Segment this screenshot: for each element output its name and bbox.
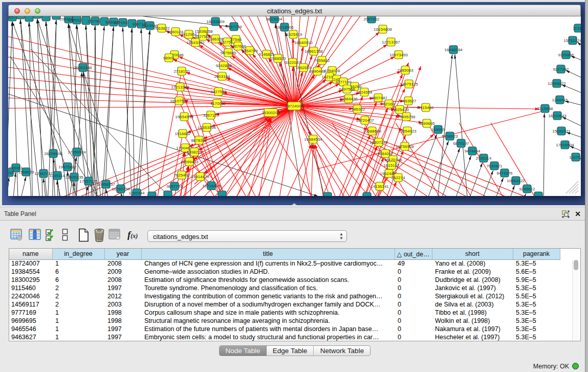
svg-text:16033809: 16033809: [206, 19, 225, 24]
svg-text:14136141: 14136141: [371, 184, 389, 189]
svg-text:16782759: 16782759: [112, 187, 130, 191]
svg-text:116753: 116753: [569, 155, 581, 160]
svg-text:1588520: 1588520: [270, 56, 286, 61]
svg-text:3215958: 3215958: [537, 106, 553, 111]
svg-text:7955812: 7955812: [314, 58, 330, 63]
svg-text:417006: 417006: [210, 101, 224, 106]
svg-text:2935114: 2935114: [476, 156, 492, 161]
svg-text:9474444: 9474444: [464, 149, 481, 154]
svg-text:62160: 62160: [383, 102, 395, 106]
svg-text:252274: 252274: [391, 176, 405, 180]
svg-text:18724007: 18724007: [285, 104, 303, 108]
svg-text:5875685: 5875685: [220, 51, 236, 55]
svg-text:6794028: 6794028: [324, 69, 340, 73]
svg-text:15495756: 15495756: [397, 115, 416, 119]
svg-text:9115460: 9115460: [418, 105, 434, 110]
svg-text:3624554: 3624554: [356, 90, 373, 95]
svg-text:20364436: 20364436: [339, 97, 358, 101]
svg-text:16648784: 16648784: [444, 48, 463, 52]
svg-text:16543362: 16543362: [186, 40, 205, 45]
svg-text:12093872: 12093872: [548, 81, 566, 86]
svg-text:12213367: 12213367: [382, 40, 400, 45]
svg-text:15692971: 15692971: [552, 129, 571, 134]
svg-text:6879197: 6879197: [453, 141, 469, 146]
svg-text:10807487: 10807487: [369, 96, 387, 100]
svg-text:15720407: 15720407: [356, 118, 374, 123]
svg-text:19218506: 19218506: [275, 25, 294, 30]
svg-text:16640910: 16640910: [294, 40, 313, 45]
svg-text:9777169: 9777169: [335, 80, 352, 84]
svg-text:1916682: 1916682: [175, 132, 191, 136]
svg-text:2967608: 2967608: [230, 44, 246, 49]
svg-text:3454749: 3454749: [242, 49, 258, 53]
svg-text:25300203: 25300203: [262, 111, 280, 115]
svg-text:10025433: 10025433: [390, 107, 409, 112]
svg-text:27546: 27546: [230, 37, 242, 42]
svg-text:7357224: 7357224: [226, 25, 242, 29]
svg-text:5938923: 5938923: [442, 134, 458, 139]
svg-text:12213369: 12213369: [171, 85, 189, 90]
svg-text:2087662: 2087662: [363, 17, 380, 21]
svg-text:1615132: 1615132: [383, 163, 400, 168]
svg-text:1568629: 1568629: [18, 170, 34, 174]
svg-text:2718170: 2718170: [173, 69, 190, 74]
svg-text:14914479: 14914479: [191, 174, 209, 179]
svg-text:98901: 98901: [163, 56, 175, 60]
svg-text:19756928: 19756928: [396, 144, 414, 149]
svg-text:12353594: 12353594: [198, 125, 216, 130]
svg-text:26053346: 26053346: [74, 65, 92, 70]
svg-text:7986322: 7986322: [349, 107, 365, 112]
svg-text:7625402: 7625402: [173, 173, 190, 178]
svg-text:9329966: 9329966: [558, 53, 574, 57]
svg-text:17359924: 17359924: [68, 150, 86, 155]
svg-text:9084067: 9084067: [377, 151, 394, 156]
svg-text:5322037: 5322037: [285, 60, 301, 65]
svg-text:8878332: 8878332: [191, 138, 207, 143]
svg-text:2603144: 2603144: [214, 74, 230, 79]
svg-text:391521: 391521: [8, 170, 16, 175]
svg-text:16154808: 16154808: [374, 27, 392, 32]
svg-text:17957225: 17957225: [79, 179, 98, 184]
svg-text:164095: 164095: [431, 127, 445, 132]
svg-text:26206506: 26206506: [44, 151, 62, 156]
svg-text:10654122: 10654122: [507, 179, 525, 183]
svg-text:16961758: 16961758: [304, 49, 323, 54]
svg-text:19975887: 19975887: [58, 165, 77, 169]
svg-text:6497568: 6497568: [339, 87, 355, 92]
svg-text:9657791: 9657791: [166, 184, 183, 189]
svg-text:14099483: 14099483: [180, 160, 199, 164]
svg-text:1145114: 1145114: [50, 173, 66, 178]
svg-text:19384554: 19384554: [304, 137, 322, 142]
svg-text:18807249: 18807249: [369, 140, 388, 145]
svg-text:11312: 11312: [573, 26, 581, 31]
svg-text:17016504: 17016504: [556, 143, 574, 147]
svg-text:10958157: 10958157: [97, 182, 115, 187]
svg-text:19654933: 19654933: [175, 115, 193, 119]
svg-text:1292344: 1292344: [128, 191, 145, 195]
svg-text:7485063: 7485063: [397, 68, 413, 73]
svg-text:15716485: 15716485: [202, 184, 221, 188]
svg-text:8813054: 8813054: [266, 17, 282, 21]
svg-text:9463627: 9463627: [400, 99, 417, 103]
svg-text:3267110: 3267110: [203, 113, 219, 118]
svg-text:9245612: 9245612: [519, 187, 535, 191]
svg-text:9427552: 9427552: [210, 90, 227, 94]
svg-text:9242848: 9242848: [215, 63, 232, 68]
svg-text:8990448: 8990448: [309, 69, 325, 74]
svg-text:9699695: 9699695: [419, 121, 435, 126]
svg-text:16210643: 16210643: [548, 114, 567, 118]
svg-text:12975125: 12975125: [400, 82, 418, 86]
svg-text:1244415: 1244415: [552, 98, 568, 102]
svg-text:10688609: 10688609: [363, 129, 381, 134]
svg-text:15751074: 15751074: [563, 38, 581, 43]
svg-text:10973493: 10973493: [389, 53, 408, 57]
svg-text:1498222: 1498222: [186, 150, 203, 155]
svg-text:16107552: 16107552: [170, 99, 188, 103]
svg-text:13654923: 13654923: [398, 129, 417, 134]
svg-text:8471676: 8471676: [496, 171, 513, 176]
svg-text:9227342: 9227342: [553, 67, 569, 72]
svg-text:11325419: 11325419: [285, 32, 303, 37]
svg-text:7632621: 7632621: [486, 164, 503, 168]
